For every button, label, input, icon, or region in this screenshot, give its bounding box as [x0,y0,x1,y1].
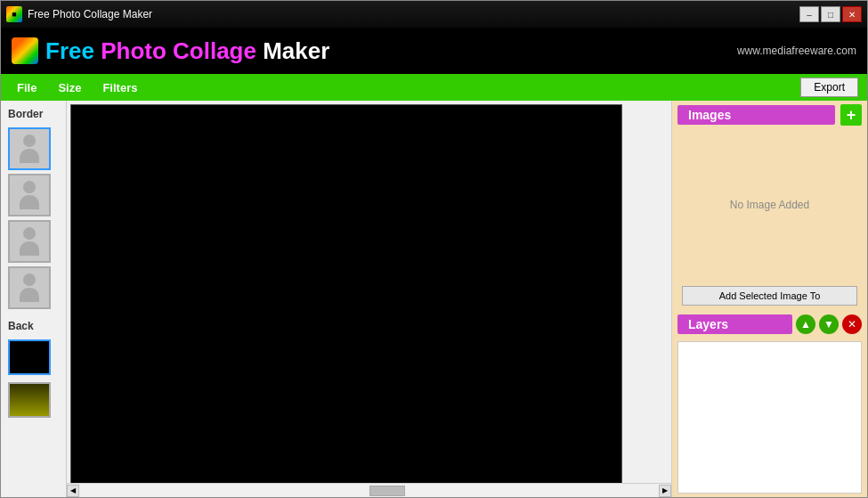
main-canvas[interactable] [70,104,622,483]
images-section-header: Images + [672,101,867,129]
head-1 [23,135,36,147]
menu-bar: File Size Filters Export [1,74,867,101]
title-maker: Maker [263,37,329,64]
border-thumb-3[interactable] [8,220,51,263]
scroll-left-arrow[interactable]: ◀ [67,485,79,497]
body-1 [20,149,39,163]
app-logo-icon [12,37,38,64]
title-bar-left: ■ Free Photo Collage Maker [6,6,152,22]
back-label: Back [8,320,59,332]
app-header: Free Photo Collage Maker www.mediafreewa… [1,28,867,74]
title-collage: Collage [173,37,263,64]
layer-up-button[interactable]: ▲ [796,314,815,334]
minimize-button[interactable]: – [799,6,819,22]
back-thumb-gradient[interactable] [8,382,51,418]
menu-items: File Size Filters [6,78,148,98]
title-photo: Photo [101,37,173,64]
main-window: ■ Free Photo Collage Maker – □ ✕ Free Ph… [0,0,868,498]
person-icon-2 [20,181,39,209]
title-bar: ■ Free Photo Collage Maker – □ ✕ [1,1,867,28]
title-bar-controls: – □ ✕ [799,6,862,22]
border-label: Border [8,108,59,120]
close-button[interactable]: ✕ [842,6,862,22]
canvas-area: ◀ ▶ [67,101,671,497]
body-4 [20,288,39,302]
layers-section-header: Layers ▲ ▼ ✕ [672,311,867,338]
website-link: www.mediafreeware.com [737,45,856,57]
right-panel: Images + No Image Added Add Selected Ima… [671,101,867,497]
border-thumb-1[interactable] [8,127,51,170]
border-thumb-4[interactable] [8,266,51,309]
scroll-right-arrow[interactable]: ▶ [659,485,671,497]
images-section-title: Images [677,105,835,125]
main-area: Border [1,101,867,497]
menu-size[interactable]: Size [47,78,92,98]
layers-list[interactable] [677,341,862,494]
person-icon-4 [20,273,39,302]
body-3 [20,241,39,256]
export-button[interactable]: Export [800,78,858,97]
window-title: Free Photo Collage Maker [28,8,152,20]
app-title-row: Free Photo Collage Maker [12,37,329,65]
add-image-button[interactable]: + [840,104,862,126]
border-thumb-2[interactable] [8,174,51,216]
head-3 [23,227,36,240]
canvas-inner [67,101,671,483]
layer-down-button[interactable]: ▼ [819,314,839,334]
left-panel: Border [1,101,67,497]
back-thumb-black[interactable] [8,339,51,375]
maximize-button[interactable]: □ [821,6,840,22]
menu-file[interactable]: File [6,78,47,98]
menu-filters[interactable]: Filters [92,78,148,98]
layers-section-title: Layers [677,314,792,334]
add-selected-image-button[interactable]: Add Selected Image To [682,286,857,306]
horizontal-scrollbar[interactable]: ◀ ▶ [67,483,671,497]
no-image-text: No Image Added [730,199,809,211]
body-2 [20,195,39,209]
head-4 [23,273,36,286]
canvas-scroll-container[interactable] [67,101,671,483]
person-icon-3 [20,227,39,256]
images-area: No Image Added [672,129,867,281]
app-icon: ■ [6,6,22,22]
app-title: Free Photo Collage Maker [45,37,329,65]
title-free: Free [45,37,101,64]
scroll-thumb-h[interactable] [369,486,405,496]
scroll-track-h [79,485,659,497]
person-icon-1 [20,135,39,163]
layer-delete-button[interactable]: ✕ [842,314,862,334]
head-2 [23,181,36,193]
